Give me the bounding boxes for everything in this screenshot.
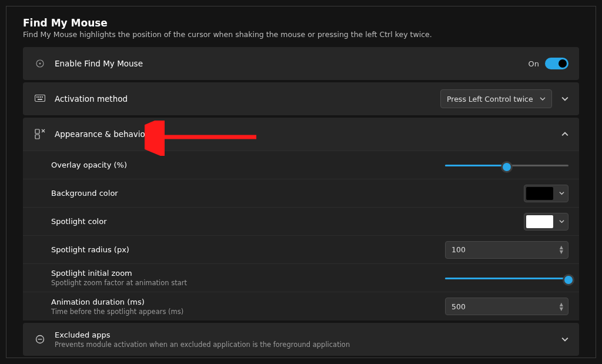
excluded-expand-icon[interactable]: [561, 336, 568, 343]
spotlight-radius-label: Spotlight radius (px): [51, 245, 129, 254]
svg-point-1: [39, 63, 41, 65]
enable-label: Enable Find My Mouse: [55, 59, 143, 68]
activation-selected: Press Left Control twice: [447, 95, 533, 103]
excluded-apps-card[interactable]: Excluded apps Prevents module activation…: [23, 323, 579, 356]
spotlight-color-picker[interactable]: [524, 213, 568, 231]
chevron-down-icon: [540, 96, 546, 102]
svg-rect-3: [36, 96, 38, 98]
excluded-apps-label: Excluded apps: [55, 330, 350, 339]
keyboard-icon: [34, 95, 46, 103]
spotlight-radius-row: Spotlight radius (px) 100 ▲▼: [23, 236, 579, 264]
svg-rect-2: [35, 95, 45, 102]
animation-duration-input[interactable]: 500 ▲▼: [445, 298, 568, 315]
chevron-down-icon: [558, 219, 564, 225]
activation-expand-icon[interactable]: [561, 95, 568, 102]
animation-duration-row: Animation duration (ms) Time before the …: [23, 292, 579, 320]
background-color-row: Background color: [23, 179, 579, 208]
svg-rect-8: [35, 129, 39, 133]
animation-duration-value: 500: [452, 302, 466, 311]
minus-circle-icon: [34, 335, 46, 344]
chevron-down-icon: [558, 191, 564, 196]
spotlight-color-row: Spotlight color: [23, 208, 579, 236]
appearance-body: Overlay opacity (%) Background color: [23, 151, 579, 320]
settings-page: Find My Mouse Find My Mouse highlights t…: [6, 6, 596, 358]
page-title: Find My Mouse: [23, 17, 579, 29]
spotlight-radius-input[interactable]: 100 ▲▼: [445, 241, 568, 259]
svg-rect-4: [38, 96, 39, 98]
mouse-icon: [34, 59, 46, 68]
spotlight-radius-value: 100: [452, 245, 466, 254]
enable-toggle[interactable]: [545, 58, 568, 69]
excluded-apps-desc: Prevents module activation when an exclu…: [55, 340, 350, 349]
spotlight-zoom-slider[interactable]: [445, 272, 568, 284]
spotlight-color-swatch: [526, 215, 553, 228]
spotlight-zoom-row: Spotlight initial zoom Spotlight zoom fa…: [23, 264, 579, 292]
animation-duration-desc: Time before the spotlight appears (ms): [51, 308, 183, 316]
appearance-collapse-icon[interactable]: [561, 131, 568, 138]
overlay-opacity-label: Overlay opacity (%): [51, 161, 127, 169]
svg-rect-6: [42, 96, 43, 98]
activation-dropdown[interactable]: Press Left Control twice: [440, 89, 552, 108]
background-color-swatch: [526, 187, 553, 200]
spotlight-zoom-desc: Spotlight zoom factor at animation start: [51, 279, 187, 287]
appearance-header[interactable]: Appearance & behavior: [23, 118, 579, 151]
appearance-icon: [34, 129, 46, 139]
background-color-picker[interactable]: [524, 185, 568, 202]
enable-card: Enable Find My Mouse On: [23, 47, 579, 80]
activation-label: Activation method: [55, 94, 128, 103]
activation-card: Activation method Press Left Control twi…: [23, 82, 579, 115]
spotlight-zoom-label: Spotlight initial zoom: [51, 269, 187, 278]
page-subtitle: Find My Mouse highlights the position of…: [23, 30, 579, 39]
svg-rect-5: [40, 96, 41, 98]
stepper-icon[interactable]: ▲▼: [560, 302, 563, 311]
stepper-icon[interactable]: ▲▼: [560, 245, 563, 254]
appearance-label: Appearance & behavior: [55, 129, 148, 139]
animation-duration-label: Animation duration (ms): [51, 298, 183, 306]
overlay-opacity-slider[interactable]: [445, 159, 568, 171]
background-color-label: Background color: [51, 189, 118, 198]
spotlight-color-label: Spotlight color: [51, 217, 107, 226]
overlay-opacity-row: Overlay opacity (%): [23, 151, 579, 179]
enable-state-text: On: [529, 59, 539, 68]
svg-rect-7: [38, 99, 42, 100]
svg-rect-9: [35, 135, 39, 139]
